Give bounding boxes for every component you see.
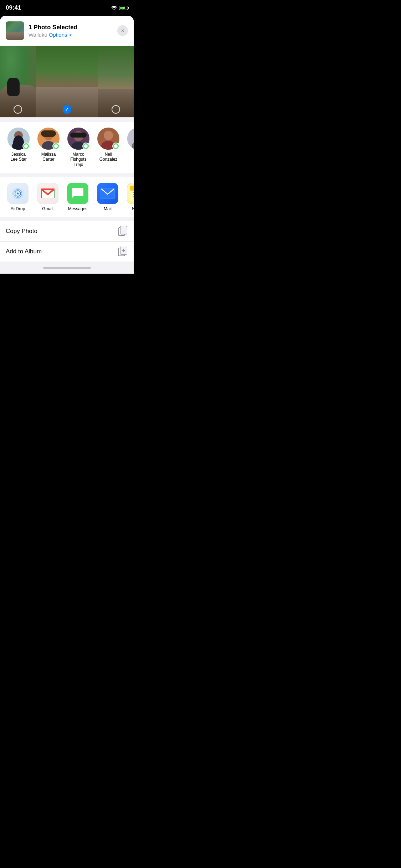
app-airdrop[interactable]: AirDrop — [6, 183, 30, 211]
mail-svg — [101, 188, 115, 199]
charging-bolt: ⚡ — [122, 6, 125, 10]
svg-point-2 — [14, 131, 23, 140]
person-extra-avatar-wrap — [127, 128, 134, 150]
close-button[interactable]: × — [117, 25, 128, 36]
gmail-label: Gmail — [42, 206, 53, 211]
photo-strip — [0, 46, 134, 117]
people-row: JessicaLee Star MalissaCarter — [0, 122, 134, 173]
battery-icon: ⚡ — [119, 6, 128, 10]
person-jessica-avatar-wrap — [7, 128, 30, 150]
svg-rect-24 — [41, 188, 55, 190]
airdrop-svg — [12, 187, 24, 200]
jessica-messages-badge — [22, 143, 30, 150]
selection-circle-2[interactable] — [63, 105, 71, 114]
messages-label: Messages — [68, 206, 88, 211]
app-messages[interactable]: Messages — [66, 183, 90, 211]
selection-circle-1[interactable] — [14, 105, 22, 114]
share-header: 1 Photo Selected Wailuku Options > × — [0, 16, 134, 46]
share-info: 1 Photo Selected Wailuku Options > — [29, 24, 113, 38]
person-marco[interactable]: MarcoFishguts Trejo — [66, 128, 91, 167]
app-row: AirDrop Gmail — [0, 177, 134, 217]
person-malissa-avatar-wrap — [37, 128, 60, 150]
notes-svg — [130, 186, 134, 201]
svg-rect-30 — [133, 194, 134, 195]
add-album-icon — [118, 247, 128, 257]
airdrop-label: AirDrop — [11, 206, 25, 211]
share-title: 1 Photo Selected — [29, 24, 113, 31]
status-icons: ⚡ — [111, 6, 128, 10]
extra-avatar-svg — [127, 128, 134, 150]
add-album-label: Add to Album — [6, 248, 42, 255]
copy-photo-icon — [118, 226, 128, 236]
notes-icon — [127, 183, 134, 204]
jessica-name: JessicaLee Star — [10, 152, 26, 162]
photo-item-2[interactable] — [36, 46, 98, 117]
svg-rect-31 — [133, 196, 134, 197]
app-notes[interactable]: Notes — [125, 183, 134, 211]
mail-label: Mail — [104, 206, 112, 211]
person-neil-avatar-wrap — [97, 128, 119, 150]
copy-photo-label: Copy Photo — [6, 228, 37, 235]
marco-name: MarcoFishguts Trejo — [66, 152, 91, 167]
notes-label: Notes — [132, 206, 134, 211]
malissa-messages-badge — [52, 143, 60, 150]
app-gmail[interactable]: Gmail — [36, 183, 60, 211]
gmail-icon — [37, 183, 58, 204]
svg-rect-28 — [130, 186, 134, 191]
options-button[interactable]: Options > — [49, 32, 72, 38]
action-rows: Copy Photo Add to Album — [0, 221, 134, 262]
share-subtitle: Wailuku Options > — [29, 32, 113, 38]
add-album-icon-svg — [118, 247, 128, 257]
neil-name: NeilGonzalez — [99, 152, 118, 162]
svg-rect-10 — [70, 133, 87, 138]
selection-circle-3[interactable] — [112, 105, 120, 114]
svg-rect-34 — [120, 226, 127, 234]
photo-item-1[interactable] — [0, 46, 36, 117]
photo-thumbnail — [6, 21, 24, 40]
home-indicator — [0, 262, 134, 274]
copy-icon-svg — [118, 226, 128, 236]
svg-point-0 — [114, 9, 115, 10]
person-jessica[interactable]: JessicaLee Star — [6, 128, 31, 167]
person-malissa[interactable]: MalissaCarter — [36, 128, 61, 167]
gmail-svg — [41, 188, 55, 198]
close-icon: × — [121, 28, 124, 33]
add-album-row[interactable]: Add to Album — [0, 242, 134, 262]
mail-icon — [97, 183, 118, 204]
status-time: 09:41 — [6, 4, 21, 11]
person-neil[interactable]: NeilGonzalez — [96, 128, 121, 167]
airdrop-icon — [7, 183, 29, 204]
person-extra[interactable]: Je... — [125, 128, 134, 167]
status-bar: 09:41 ⚡ — [0, 0, 134, 16]
share-sheet: 1 Photo Selected Wailuku Options > × — [0, 16, 134, 274]
wifi-icon — [111, 6, 117, 10]
neil-messages-badge — [112, 143, 119, 150]
svg-rect-6 — [41, 130, 56, 137]
malissa-name: MalissaCarter — [41, 152, 56, 162]
person-extra-avatar — [127, 128, 134, 150]
home-bar — [43, 267, 91, 269]
app-mail[interactable]: Mail — [96, 183, 120, 211]
photo-item-3[interactable] — [98, 46, 134, 117]
share-location: Wailuku — [29, 32, 47, 38]
separator-1 — [0, 117, 134, 118]
messages-svg — [71, 187, 84, 200]
copy-photo-row[interactable]: Copy Photo — [0, 221, 134, 242]
battery-container: ⚡ — [119, 6, 128, 10]
marco-messages-badge — [82, 143, 89, 150]
svg-point-13 — [104, 131, 113, 140]
svg-rect-29 — [133, 192, 134, 193]
messages-icon — [67, 183, 88, 204]
person-marco-avatar-wrap — [67, 128, 89, 150]
